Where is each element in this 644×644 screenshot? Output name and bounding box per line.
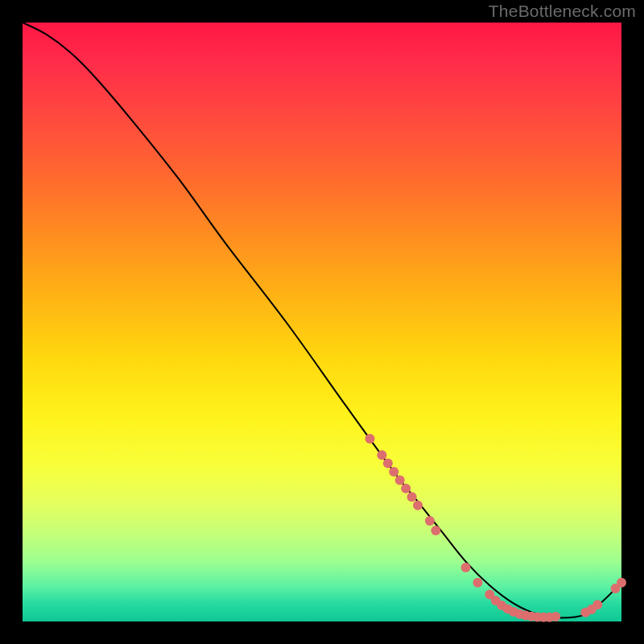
marker-group <box>365 434 626 622</box>
data-marker <box>401 484 411 493</box>
data-marker <box>413 501 423 510</box>
data-marker <box>425 516 435 526</box>
data-marker <box>592 600 602 609</box>
chart-svg <box>23 23 621 621</box>
chart-frame: TheBottleneck.com <box>0 0 644 644</box>
data-marker <box>377 450 386 460</box>
data-marker <box>407 492 417 502</box>
data-marker <box>395 475 405 485</box>
data-marker <box>383 459 393 469</box>
data-marker <box>365 434 375 444</box>
data-marker <box>389 467 398 477</box>
watermark-text: TheBottleneck.com <box>489 2 636 21</box>
data-marker <box>617 578 626 588</box>
plot-area <box>23 23 621 621</box>
bottleneck-curve <box>23 23 621 618</box>
data-marker <box>473 578 482 588</box>
data-marker <box>551 612 560 621</box>
data-marker <box>461 563 471 572</box>
data-marker <box>431 526 440 535</box>
